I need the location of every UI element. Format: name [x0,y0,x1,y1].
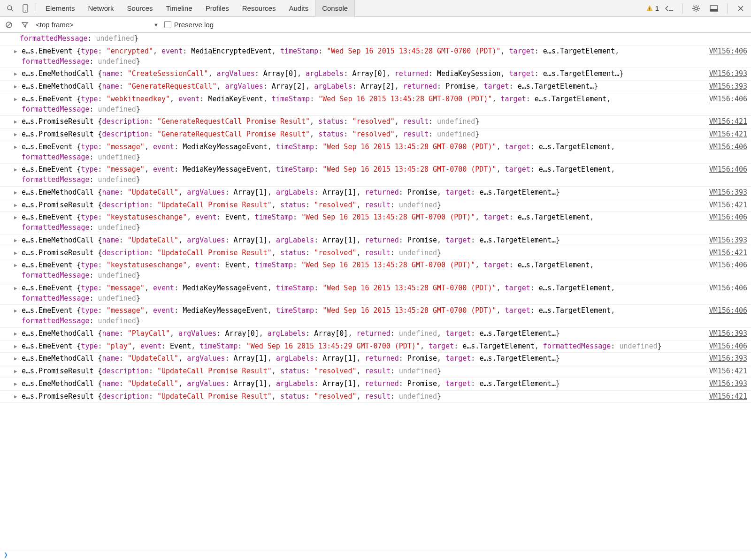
warning-number: 1 [655,4,659,12]
source-link[interactable]: VM156:393 [709,69,747,79]
console-entry[interactable]: VM156:421▶ e…s.PromiseResult {descriptio… [0,129,751,141]
console-entry[interactable]: VM156:406▶ e…s.EmeEvent {type: "play", e… [0,341,751,353]
clear-console-icon[interactable] [4,20,14,30]
search-icon[interactable] [4,2,17,15]
tab-elements[interactable]: Elements [39,0,82,17]
preserve-log-checkbox[interactable]: Preserve log [164,21,214,29]
svg-rect-6 [669,10,673,10]
source-link[interactable]: VM156:393 [709,354,747,364]
source-link[interactable]: VM156:393 [709,188,747,198]
svg-line-13 [698,10,699,11]
console-entry[interactable]: VM156:406▶ e…s.EmeEvent {type: "message"… [0,282,751,305]
source-link[interactable]: VM156:406 [709,94,747,105]
prompt-chevron-icon: ❯ [4,551,8,559]
console-log-area: formattedMessage: undefined}VM156:406▶ e… [0,33,751,549]
tab-profiles[interactable]: Profiles [199,0,236,17]
console-entry[interactable]: VM156:406▶ e…s.EmeEvent {type: "webkitne… [0,93,751,116]
console-entry[interactable]: VM156:393▶ e…s.EmeMethodCall {name: "Upd… [0,235,751,247]
svg-rect-17 [710,9,718,11]
console-entry[interactable]: VM156:393▶ e…s.EmeMethodCall {name: "Cre… [0,68,751,81]
console-entry[interactable]: VM156:393▶ e…s.EmeMethodCall {name: "Gen… [0,81,751,93]
source-link[interactable]: VM156:393 [709,379,747,389]
console-entry[interactable]: VM156:393▶ e…s.EmeMethodCall {name: "Upd… [0,187,751,199]
console-entry[interactable]: VM156:421▶ e…s.PromiseResult {descriptio… [0,116,751,129]
svg-line-12 [693,6,694,7]
source-link[interactable]: VM156:421 [709,117,747,127]
source-link[interactable]: VM156:406 [709,212,747,223]
filter-icon[interactable] [20,20,30,30]
dock-icon[interactable] [707,2,720,15]
close-icon[interactable] [734,2,747,15]
source-link[interactable]: VM156:406 [709,165,747,175]
tab-sources[interactable]: Sources [121,0,160,17]
preserve-log-label: Preserve log [174,21,214,29]
source-link[interactable]: VM156:393 [709,235,747,246]
console-prompt[interactable]: ❯ [0,549,751,560]
svg-line-14 [698,6,699,7]
source-link[interactable]: VM156:406 [709,306,747,316]
svg-line-21 [7,23,11,27]
source-link[interactable]: VM156:393 [709,82,747,92]
source-link[interactable]: VM156:421 [709,366,747,377]
source-link[interactable]: VM156:421 [709,248,747,258]
warning-icon [646,5,653,12]
console-entry[interactable]: VM156:421▶ e…s.PromiseResult {descriptio… [0,365,751,378]
source-link[interactable]: VM156:421 [709,129,747,140]
svg-rect-4 [649,8,650,9]
panel-tabs: ElementsNetworkSourcesTimelineProfilesRe… [39,0,355,17]
devtools-toolbar: ElementsNetworkSourcesTimelineProfilesRe… [0,0,751,17]
warning-count[interactable]: 1 [646,4,659,12]
frame-label: <top frame> [36,21,74,29]
console-sub-toolbar: <top frame> ▼ Preserve log [0,17,751,33]
console-entry[interactable]: VM156:406▶ e…s.EmeEvent {type: "message"… [0,164,751,187]
tab-network[interactable]: Network [82,0,121,17]
drawer-toggle-icon[interactable] [663,2,676,15]
source-link[interactable]: VM156:421 [709,392,747,402]
source-link[interactable]: VM156:406 [709,142,747,152]
separator [36,3,36,14]
tab-console[interactable]: Console [315,0,355,17]
svg-line-15 [693,10,694,11]
source-link[interactable]: VM156:393 [709,329,747,339]
console-entry[interactable]: VM156:421▶ e…s.PromiseResult {descriptio… [0,391,751,403]
tab-timeline[interactable]: Timeline [160,0,199,17]
device-icon[interactable] [19,2,32,15]
tab-resources[interactable]: Resources [236,0,283,17]
console-entry[interactable]: VM156:393▶ e…s.EmeMethodCall {name: "Upd… [0,378,751,391]
console-entry[interactable]: VM156:393▶ e…s.EmeMethodCall {name: "Upd… [0,353,751,365]
frame-selector[interactable]: <top frame> ▼ [36,21,159,29]
source-link[interactable]: VM156:406 [709,341,747,352]
separator [682,3,683,14]
console-entry[interactable]: VM156:393▶ e…s.EmeMethodCall {name: "Pla… [0,328,751,341]
console-entry[interactable]: VM156:406▶ e…s.EmeEvent {type: "message"… [0,305,751,328]
source-link[interactable]: VM156:406 [709,283,747,294]
source-link[interactable]: VM156:406 [709,46,747,57]
separator [727,3,728,14]
svg-point-0 [8,6,12,10]
checkbox-icon [164,21,171,28]
svg-rect-5 [649,9,650,10]
tab-audits[interactable]: Audits [282,0,315,17]
chevron-down-icon: ▼ [153,22,159,28]
console-entry[interactable]: VM156:406▶ e…s.EmeEvent {type: "keystatu… [0,212,751,235]
console-entry[interactable]: VM156:406▶ e…s.EmeEvent {type: "keystatu… [0,259,751,282]
svg-point-7 [695,7,697,10]
svg-line-1 [11,9,13,11]
console-entry[interactable]: formattedMessage: undefined} [0,33,751,45]
console-entry[interactable]: VM156:421▶ e…s.PromiseResult {descriptio… [0,199,751,212]
source-link[interactable]: VM156:421 [709,200,747,211]
source-link[interactable]: VM156:406 [709,260,747,271]
gear-icon[interactable] [690,2,703,15]
console-entry[interactable]: VM156:406▶ e…s.EmeEvent {type: "encrypte… [0,45,751,68]
svg-point-3 [25,10,26,11]
console-entry[interactable]: VM156:421▶ e…s.PromiseResult {descriptio… [0,247,751,260]
console-entry[interactable]: VM156:406▶ e…s.EmeEvent {type: "message"… [0,141,751,164]
